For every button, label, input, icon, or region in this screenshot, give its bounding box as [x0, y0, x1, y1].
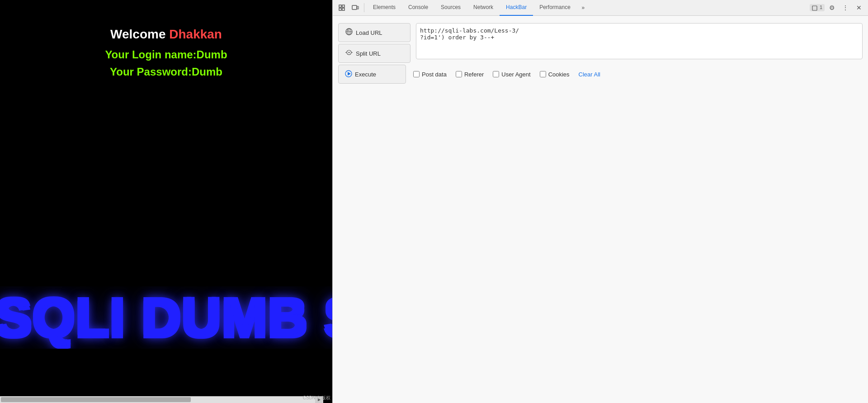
- tab-count-badge: 1: [810, 4, 825, 11]
- user-agent-option[interactable]: User Agent: [493, 71, 530, 78]
- more-tabs-button[interactable]: »: [577, 1, 590, 14]
- hackbar-buttons: Load URL Split URL: [338, 23, 410, 63]
- split-url-label: Split URL: [356, 50, 381, 57]
- password-line: Your Password:Dumb: [105, 63, 227, 81]
- svg-rect-3: [342, 8, 344, 10]
- load-url-icon: [345, 28, 353, 38]
- cookies-checkbox[interactable]: [540, 71, 546, 77]
- svg-marker-16: [348, 72, 351, 76]
- svg-point-14: [349, 52, 350, 53]
- clear-all-button[interactable]: Clear All: [579, 71, 600, 78]
- svg-rect-1: [339, 8, 341, 10]
- sqli-banner: SQLI DUMB S: [0, 286, 332, 349]
- execute-button[interactable]: Execute: [338, 65, 406, 84]
- split-url-icon: [345, 48, 353, 58]
- referer-label: Referer: [464, 71, 484, 78]
- login-info: Your Login name:Dumb Your Password:Dumb: [105, 46, 227, 81]
- post-data-option[interactable]: Post data: [413, 71, 447, 78]
- post-data-checkbox[interactable]: [413, 71, 420, 77]
- devtools-tabs: Elements Console Sources Network HackBar…: [367, 0, 809, 16]
- tab-elements[interactable]: Elements: [367, 0, 402, 16]
- execute-icon: [345, 70, 352, 79]
- user-agent-checkbox[interactable]: [493, 71, 499, 77]
- hackbar-options: Post data Referer User Agent Cookies C: [411, 71, 863, 78]
- scrollbar-thumb[interactable]: [1, 397, 191, 402]
- execute-label: Execute: [355, 71, 376, 78]
- webpage-scrollbar[interactable]: ▶: [0, 396, 323, 403]
- toolbar-divider: [364, 3, 364, 12]
- devtools-settings-button[interactable]: ⚙: [826, 1, 838, 14]
- post-data-label: Post data: [422, 71, 447, 78]
- svg-rect-2: [342, 5, 344, 7]
- device-toggle-button[interactable]: [349, 1, 362, 14]
- username-highlight: Dhakkan: [169, 27, 222, 41]
- user-agent-label: User Agent: [501, 71, 530, 78]
- devtools-panel: Elements Console Sources Network HackBar…: [332, 0, 868, 403]
- svg-rect-4: [352, 5, 357, 9]
- svg-rect-0: [339, 5, 341, 7]
- devtools-close-button[interactable]: ✕: [853, 1, 865, 14]
- load-url-button[interactable]: Load URL: [338, 23, 410, 42]
- tab-performance[interactable]: Performance: [533, 0, 577, 16]
- login-name-line: Your Login name:Dumb: [105, 46, 227, 63]
- welcome-word: Welcome: [110, 27, 165, 41]
- tab-hackbar[interactable]: HackBar: [500, 0, 533, 16]
- svg-rect-5: [357, 6, 359, 9]
- toolbar-right-controls: 1 ⚙ ⋮ ✕: [810, 1, 865, 14]
- cookies-label: Cookies: [548, 71, 570, 78]
- split-url-button[interactable]: Split URL: [338, 44, 410, 63]
- tab-console[interactable]: Console: [402, 0, 434, 16]
- hackbar-top-row: Load URL Split URL: [338, 23, 863, 63]
- csdn-watermark: CSDN © 版权: [303, 395, 330, 401]
- welcome-line: Welcome Dhakkan: [110, 27, 222, 42]
- hackbar-content: Load URL Split URL: [333, 16, 868, 403]
- cookies-option[interactable]: Cookies: [540, 71, 570, 78]
- svg-rect-6: [812, 6, 817, 10]
- load-url-label: Load URL: [356, 29, 382, 36]
- webpage-panel: Welcome Dhakkan Your Login name:Dumb You…: [0, 0, 332, 403]
- referer-option[interactable]: Referer: [456, 71, 484, 78]
- devtools-more-button[interactable]: ⋮: [839, 1, 852, 14]
- referer-checkbox[interactable]: [456, 71, 462, 77]
- tab-sources[interactable]: Sources: [434, 0, 467, 16]
- url-input[interactable]: [416, 23, 863, 59]
- execute-row: Execute Post data Referer User Agent: [338, 65, 863, 84]
- inspect-element-button[interactable]: [335, 1, 348, 14]
- devtools-toolbar: Elements Console Sources Network HackBar…: [333, 0, 868, 16]
- tab-network[interactable]: Network: [467, 0, 500, 16]
